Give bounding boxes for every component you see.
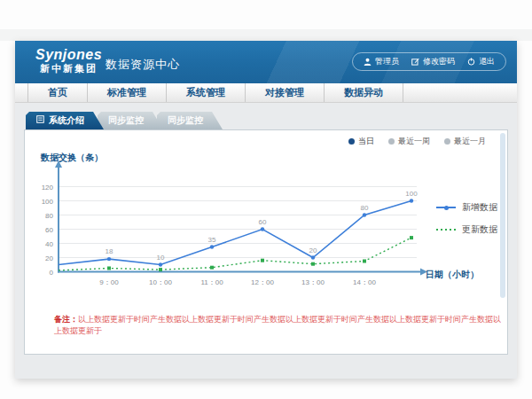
tab-sync-monitor-2[interactable]: 同步监控 [157,112,223,129]
svg-text:12：00: 12：00 [251,278,274,286]
svg-text:0: 0 [50,269,54,277]
tab-label: 同步监控 [108,112,144,129]
page-background-strip [0,29,532,41]
svg-text:11：00: 11：00 [200,278,223,286]
series-legend: 新增数据 更新数据 [436,201,497,246]
radio-dot-icon [388,138,395,145]
app-header: Synjones 新中新集团 数据资源中心 管理员 修改密码 [15,41,517,83]
radio-today[interactable]: 当日 [348,136,374,147]
svg-text:100: 100 [42,198,54,206]
scrollbar[interactable] [500,133,505,298]
tab-label: 同步监控 [168,112,203,129]
svg-text:60: 60 [259,218,267,226]
svg-text:80: 80 [45,212,53,220]
logout-label: 退出 [479,56,495,67]
nav-item-data-change[interactable]: 数据异动 [325,83,403,102]
tab-bar: 系统介绍 同步监控 同步监控 [26,112,508,129]
logo-company-text: 新中新集团 [35,63,102,74]
nav-item-standard-mgmt[interactable]: 标准管理 [88,83,167,102]
app-window: Synjones 新中新集团 数据资源中心 管理员 修改密码 [15,41,517,379]
legend-label: 新增数据 [462,201,497,214]
radio-label: 当日 [358,136,374,147]
synjones-logo: Synjones 新中新集团 [35,47,102,74]
form-icon [36,112,44,129]
svg-text:80: 80 [361,204,369,212]
change-password-label: 修改密码 [423,56,455,67]
legend-label: 更新数据 [462,223,497,236]
svg-text:60: 60 [45,226,53,234]
user-icon [364,58,372,66]
main-nav: 首页 标准管理 系统管理 对接管理 数据异动 [15,83,517,103]
footnote: 备注：以上数据更新于时间产生数据以上数据更新于时间产生数据以上数据更新于时间产生… [54,314,502,336]
svg-text:100: 100 [405,190,418,198]
radio-dot-icon [444,138,450,145]
svg-text:13：00: 13：00 [301,278,325,286]
user-toolbar: 管理员 修改密码 退出 [352,52,506,71]
radio-label: 最近一月 [454,136,486,147]
svg-text:9：00: 9：00 [99,278,119,286]
tab-sync-monitor-1[interactable]: 同步监控 [98,112,163,129]
content-area: 系统介绍 同步监控 同步监控 当日 最近一周 [15,103,517,379]
admin-user-label: 管理员 [375,56,399,67]
logout-button[interactable]: 退出 [467,56,495,67]
power-icon [467,58,475,66]
page: Synjones 新中新集团 数据资源中心 管理员 修改密码 [0,0,532,399]
nav-item-interface-mgmt[interactable]: 对接管理 [246,83,325,102]
svg-text:18: 18 [106,247,113,255]
x-axis-title: 日期（小时） [426,269,479,281]
admin-user-button[interactable]: 管理员 [364,56,399,67]
change-password-button[interactable]: 修改密码 [411,56,455,67]
time-range-selector: 当日 最近一周 最近一月 [348,136,486,147]
logo-brand-text: Synjones [35,47,102,63]
footnote-label: 备注： [54,315,78,324]
radio-last-week[interactable]: 最近一周 [388,136,430,147]
svg-text:14：00: 14：00 [353,278,376,286]
page-title: 数据资源中心 [106,57,180,73]
solid-line-swatch-icon [436,207,456,208]
line-chart: 0204060801001209：0010：0011：0012：0013：001… [34,157,450,290]
nav-item-system-mgmt[interactable]: 系统管理 [167,83,246,102]
svg-text:120: 120 [42,184,54,192]
svg-text:40: 40 [45,240,53,248]
chart-panel: 当日 最近一周 最近一月 数据交换（条） 0204060801001209：00… [24,129,508,355]
radio-last-month[interactable]: 最近一月 [444,136,486,147]
tab-label: 系统介绍 [49,112,84,129]
legend-new-data[interactable]: 新增数据 [436,201,497,214]
svg-text:10：00: 10：00 [149,278,172,286]
radio-label: 最近一周 [398,136,430,147]
edit-icon [411,58,419,66]
nav-item-home[interactable]: 首页 [27,83,88,102]
svg-text:10: 10 [157,254,165,262]
footnote-text: 以上数据更新于时间产生数据以上数据更新于时间产生数据以上数据更新于时间产生数据以… [54,315,501,335]
radio-dot-icon [348,138,355,145]
tab-system-intro[interactable]: 系统介绍 [26,112,104,129]
svg-text:35: 35 [208,236,216,244]
svg-text:20: 20 [45,254,53,262]
legend-update-data[interactable]: 更新数据 [436,223,497,236]
svg-text:20: 20 [309,246,317,254]
dotted-line-swatch-icon [436,229,456,231]
